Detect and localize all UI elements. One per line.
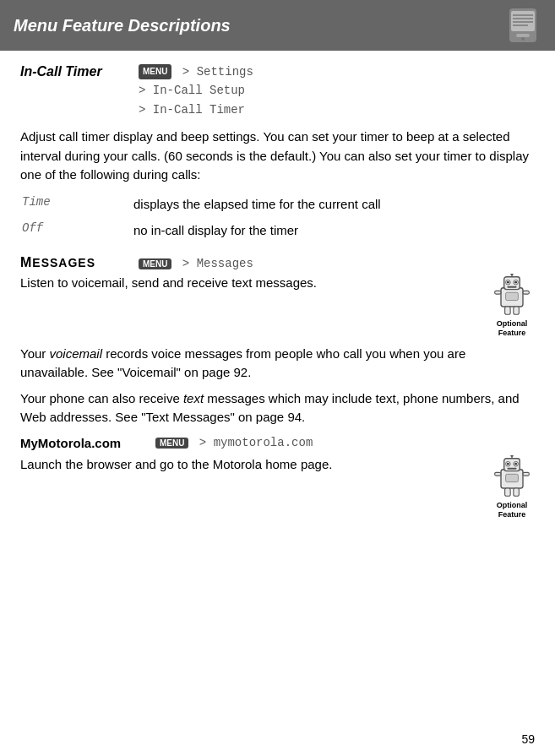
mymoto-nav-text: > mymotorola.com	[199, 436, 313, 449]
optional-feature-label-mymoto: OptionalFeature	[497, 501, 528, 519]
messages-intro-text: Listen to voicemail, send and receive te…	[20, 274, 481, 293]
messages-nav: MENU > Messages	[139, 255, 253, 270]
incall-nav-line3: > In-Call Timer	[139, 103, 245, 117]
feature-desc-off: no in-call display for the timer	[133, 221, 533, 247]
svg-rect-33	[505, 488, 511, 496]
table-row: Off no in-call display for the timer	[22, 221, 533, 247]
menu-badge-1: MENU	[139, 64, 171, 79]
page-number: 59	[521, 732, 535, 746]
svg-rect-17	[495, 291, 501, 295]
menu-badge-mymoto: MENU	[155, 438, 188, 449]
mymotorola-section: MyMotorola.com MENU > mymotorola.com Lau…	[20, 436, 535, 519]
main-content: In-Call Timer MENU > Settings > In-Call …	[0, 51, 555, 536]
optional-feature-messages: OptionalFeature	[489, 274, 535, 338]
optional-feature-icon-messages	[492, 274, 532, 318]
optional-feature-label-messages: OptionalFeature	[497, 319, 528, 338]
svg-point-28	[507, 463, 509, 465]
svg-point-11	[510, 274, 514, 275]
svg-rect-34	[514, 488, 520, 496]
svg-rect-19	[505, 307, 511, 314]
messages-para2: Your phone can also receive text message…	[20, 389, 535, 427]
incall-nav-line1: > Settings	[182, 65, 253, 79]
svg-rect-31	[495, 472, 501, 476]
mymoto-header: MyMotorola.com MENU > mymotorola.com	[20, 436, 535, 450]
incall-nav-line2: > In-Call Setup	[139, 84, 245, 97]
feature-name-time: Time	[22, 195, 132, 220]
table-row: Time displays the elapsed time for the c…	[22, 195, 533, 220]
svg-point-3	[521, 37, 525, 41]
svg-rect-2	[516, 34, 530, 37]
mymoto-body-text: Launch the browser and go to the Motorol…	[20, 455, 481, 475]
mymoto-nav: MENU > mymotorola.com	[155, 436, 313, 449]
svg-point-14	[507, 281, 509, 284]
svg-rect-32	[523, 472, 529, 476]
incall-timer-label: In-Call Timer	[20, 63, 139, 119]
incall-feature-table: Time displays the elapsed time for the c…	[20, 193, 535, 249]
messages-nav-text: > Messages	[182, 257, 253, 270]
page-title: Menu Feature Descriptions	[14, 16, 231, 35]
phone-icon	[504, 7, 541, 44]
svg-rect-20	[514, 307, 520, 314]
svg-point-29	[514, 463, 517, 465]
messages-para1: Your voicemail records voice messages fr…	[20, 345, 535, 383]
messages-section-header: MESSAGES MENU > Messages	[20, 255, 535, 270]
feature-name-off: Off	[22, 221, 132, 247]
svg-rect-21	[506, 292, 519, 300]
svg-rect-16	[507, 286, 516, 288]
svg-point-15	[514, 281, 517, 284]
menu-badge-messages: MENU	[139, 258, 171, 269]
svg-rect-1	[511, 11, 535, 31]
svg-rect-30	[507, 468, 516, 470]
svg-point-25	[510, 455, 514, 457]
svg-rect-35	[506, 474, 519, 481]
incall-timer-section: In-Call Timer MENU > Settings > In-Call …	[20, 63, 535, 119]
incall-timer-body: Adjust call timer display and beep setti…	[20, 128, 535, 185]
messages-title: MESSAGES	[20, 255, 139, 270]
feature-desc-time: displays the elapsed time for the curren…	[133, 195, 533, 220]
optional-feature-mymoto: OptionalFeature	[489, 455, 535, 519]
optional-feature-icon-mymoto	[492, 455, 532, 499]
messages-intro-row: Listen to voicemail, send and receive te…	[20, 274, 535, 338]
mymoto-title: MyMotorola.com	[20, 436, 155, 450]
svg-rect-18	[523, 291, 529, 295]
mymoto-body-row: Launch the browser and go to the Motorol…	[20, 455, 535, 519]
page-header: Menu Feature Descriptions	[0, 0, 555, 51]
incall-timer-nav: MENU > Settings > In-Call Setup > In-Cal…	[139, 63, 253, 119]
